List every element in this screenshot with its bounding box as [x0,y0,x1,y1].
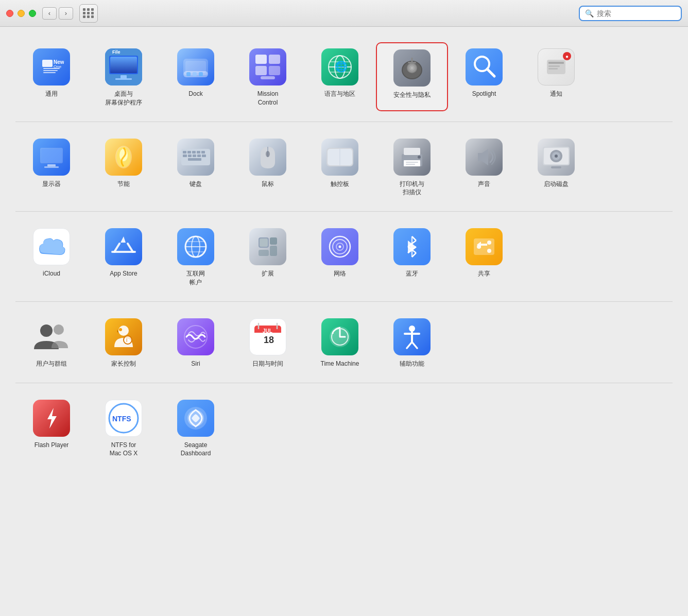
svg-point-105 [477,245,481,249]
maximize-button[interactable] [29,10,36,17]
back-button[interactable]: ‹ [42,7,57,20]
section-section4: 用户与群组 i 家长控制 Siri JUL 18 [15,307,673,383]
appstore-icon [105,228,142,265]
search-box[interactable]: 🔍 [579,6,682,21]
svg-rect-53 [187,151,191,153]
svg-rect-42 [548,65,560,67]
svg-rect-54 [192,151,196,153]
svg-text:One: One [54,64,62,69]
trackpad-icon [321,139,358,176]
pref-item-icloud[interactable]: iCloud [15,222,88,291]
timemachine-icon [321,318,358,355]
icloud-icon [33,228,70,265]
pref-item-flash[interactable]: Flash Player [15,393,88,463]
security-icon [393,49,431,87]
svg-text:i: i [126,337,127,343]
pref-item-parental[interactable]: i 家长控制 [88,312,160,372]
spotlight-label: Spotlight [472,90,496,98]
display-icon [33,139,70,176]
pref-item-printer[interactable]: 打印机与 扫描仪 [376,132,448,201]
svg-text:🌐: 🌐 [335,60,348,73]
security-label: 安全性与隐私 [393,91,431,99]
svg-text:JUL: JUL [263,328,272,334]
accessibility-label: 辅助功能 [400,360,424,368]
energy-icon [105,139,142,176]
svg-point-104 [487,249,491,253]
pref-item-energy[interactable]: 节能 [88,132,160,201]
svg-point-78 [555,155,558,158]
pref-item-accessibility[interactable]: 辅助功能 [376,312,448,372]
users-icon [33,318,70,355]
app-grid-button[interactable] [79,4,98,23]
parental-label: 家长控制 [111,360,136,368]
startup-icon [538,139,575,176]
svg-point-64 [266,151,270,157]
pref-item-security[interactable]: 安全性与隐私 [376,42,448,111]
pref-item-internet[interactable]: 互联网 帐户 [160,222,232,291]
pref-item-language[interactable]: 🌐 语言与地区 [304,42,376,111]
siri-icon [177,318,214,355]
search-input[interactable] [597,9,676,18]
parental-icon: i [105,318,142,355]
section-section1: New One 通用 File 桌面与 屏幕保护程序 [15,37,673,122]
pref-item-mission[interactable]: Mission Control [232,42,304,111]
svg-rect-9 [110,57,137,73]
pref-item-trackpad[interactable]: 触控板 [304,132,376,201]
svg-rect-72 [406,164,415,165]
pref-item-desktop[interactable]: File 桌面与 屏幕保护程序 [88,42,160,111]
svg-rect-2 [43,70,58,71]
section-section3: iCloud App Store 互联网 帐户 [15,217,673,302]
svg-point-96 [339,246,341,248]
pref-item-dock[interactable]: Dock [160,42,232,111]
display-label: 显示器 [42,180,61,189]
pref-item-general[interactable]: New One 通用 [15,42,88,111]
extensions-label: 扩展 [262,269,274,278]
pref-item-users[interactable]: 用户与群组 [15,312,88,372]
pref-item-bluetooth[interactable]: 蓝牙 [376,222,448,291]
general-label: 通用 [45,90,58,98]
minimize-button[interactable] [18,10,25,17]
close-button[interactable] [6,10,13,17]
dock-icon [177,48,214,85]
forward-button[interactable]: › [59,7,73,20]
pref-item-startup[interactable]: 启动磁盘 [520,132,592,201]
pref-item-seagate[interactable]: Seagate Dashboard [160,393,232,463]
spotlight-icon [466,48,503,85]
pref-item-spotlight[interactable]: Spotlight [448,42,520,111]
svg-rect-16 [186,72,191,76]
svg-rect-19 [255,55,267,64]
language-label: 语言与地区 [324,90,355,98]
datetime-label: 日期与时间 [252,360,283,368]
seagate-label: Seagate Dashboard [181,441,211,458]
pref-item-network[interactable]: 网络 [304,222,376,291]
section-section5: Flash Player NTFS NTFS for Mac OS X Seag… [15,388,673,473]
pref-item-mouse[interactable]: 鼠标 [232,132,304,201]
pref-item-notifications[interactable]: ● 通知 [520,42,592,111]
pref-item-keyboard[interactable]: 键盘 [160,132,232,201]
pref-item-ntfs[interactable]: NTFS NTFS for Mac OS X [88,393,160,463]
ntfs-label: NTFS for Mac OS X [110,441,138,458]
desktop-icon: File [105,48,142,85]
svg-line-126 [412,342,417,348]
svg-rect-59 [193,155,196,157]
flash-label: Flash Player [35,441,69,450]
pref-item-siri[interactable]: Siri [160,312,232,372]
svg-rect-92 [259,250,269,256]
desktop-label: 桌面与 屏幕保护程序 [105,90,142,107]
svg-rect-0 [42,60,53,67]
pref-item-sound[interactable]: 声音 [448,132,520,201]
pref-item-appstore[interactable]: App Store [88,222,160,291]
svg-rect-22 [269,66,280,75]
pref-item-timemachine[interactable]: Time Machine [304,312,376,372]
internet-label: 互联网 帐户 [186,269,205,287]
svg-rect-20 [269,55,280,64]
svg-rect-11 [115,78,132,80]
pref-item-extensions[interactable]: 扩展 [232,222,304,291]
svg-line-39 [487,69,494,76]
pref-item-datetime[interactable]: JUL 18 日期与时间 [232,312,304,372]
pref-item-display[interactable]: 显示器 [15,132,88,201]
svg-rect-91 [270,246,277,256]
sound-label: 声音 [478,180,490,189]
trackpad-label: 触控板 [331,180,349,189]
pref-item-sharing[interactable]: 共享 [448,222,520,291]
